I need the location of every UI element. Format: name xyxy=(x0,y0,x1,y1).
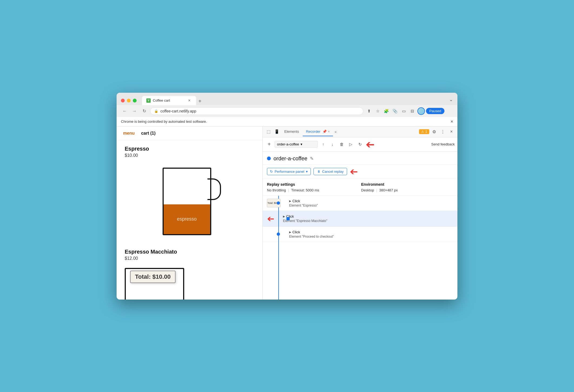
cup-liquid: espresso xyxy=(164,204,210,234)
devtools-settings-button[interactable]: ⚙ xyxy=(430,128,438,135)
cup-label: espresso xyxy=(177,216,197,222)
expand-icon-3[interactable]: ▶ xyxy=(289,231,291,234)
devtools-inspect-button[interactable]: ⬚ xyxy=(265,128,272,135)
active-tab[interactable]: V Coffee cart × xyxy=(142,96,196,105)
title-bar: V Coffee cart × + ⌄ xyxy=(117,93,457,105)
tab-title: Coffee cart xyxy=(153,98,185,102)
replay-settings-title: Replay settings xyxy=(267,182,359,187)
timeline-dot-2 xyxy=(286,217,290,220)
tab-recorder[interactable]: Recorder 📌 × xyxy=(303,127,333,136)
action-label-1: Click xyxy=(292,199,300,203)
tab-recorder-close[interactable]: × xyxy=(328,130,330,134)
recording-name-text: order-a-coffee xyxy=(277,142,299,146)
banner-close-button[interactable]: × xyxy=(451,119,453,124)
profile-button[interactable]: 📎 xyxy=(391,107,399,115)
devtools-more-tabs[interactable]: » xyxy=(335,130,337,134)
back-button[interactable]: ← xyxy=(121,107,128,115)
cancel-replay-button[interactable]: ⏸ Cancel replay xyxy=(314,168,347,175)
nav-menu-link[interactable]: menu xyxy=(123,131,135,136)
notification-badge[interactable]: ⚠ 1 xyxy=(419,129,429,134)
recording-status-dot xyxy=(267,157,271,160)
devtools-close-button[interactable]: × xyxy=(448,128,455,135)
forward-button[interactable]: → xyxy=(131,107,138,115)
tab-elements[interactable]: Elements xyxy=(281,127,302,136)
extensions-button[interactable]: 🧩 xyxy=(383,107,390,115)
share-button[interactable]: ⬆ xyxy=(365,107,373,115)
minimize-traffic-light[interactable] xyxy=(127,99,131,102)
replay-settings-section: Replay settings No throttling | Timeout:… xyxy=(263,179,457,196)
maximize-traffic-light[interactable] xyxy=(133,99,137,102)
recording-select[interactable]: order-a-coffee ▾ xyxy=(275,141,318,148)
close-traffic-light[interactable] xyxy=(121,99,125,102)
timeline-red-arrow: ➔ xyxy=(267,214,274,224)
slow-replay-button[interactable]: ↻ xyxy=(356,141,364,148)
total-text: Total: $10.00 xyxy=(135,273,171,280)
paused-badge[interactable]: Paused xyxy=(426,108,444,114)
add-recording-button[interactable]: + xyxy=(265,141,273,148)
no-throttle-value: No throttling xyxy=(267,188,286,192)
main-content: menu cart (1) Espresso $10.00 espresso xyxy=(117,127,457,300)
lock-icon: 🔒 xyxy=(154,109,158,113)
import-button[interactable]: ↓ xyxy=(329,141,336,148)
badge-count: 1 xyxy=(425,130,427,134)
resolution-value: 380×487 px xyxy=(379,188,398,192)
website-nav: menu cart (1) xyxy=(117,127,262,140)
macchiato-price: $12.00 xyxy=(125,256,254,261)
tab-favicon: V xyxy=(146,98,151,103)
environment-values: Desktop | 380×487 px xyxy=(361,188,453,192)
timeline-desc-1: Element "Espresso" xyxy=(289,204,453,207)
browser-menu-button[interactable] xyxy=(446,107,453,115)
bookmark-button[interactable]: ☆ xyxy=(374,107,382,115)
timeline-line xyxy=(278,196,279,300)
macchiato-cup-container: Total: $10.00 xyxy=(125,268,184,300)
expand-icon-2[interactable]: ▶ xyxy=(283,215,285,218)
recorder-toolbar: + order-a-coffee ▾ ↑ ↓ 🗑 ▷ ↻ ➔ Send feed… xyxy=(263,137,457,152)
address-bar[interactable]: 🔒 coffee-cart.netlify.app xyxy=(150,107,363,115)
timeout-value: Timeout: 5000 ms xyxy=(291,188,319,192)
traffic-lights xyxy=(121,99,137,102)
cancel-replay-label: Cancel replay xyxy=(322,170,344,174)
tabs-area: V Coffee cart × + xyxy=(142,96,446,105)
cancel-red-arrow: ➔ xyxy=(350,167,358,177)
cancel-replay-icon: ⏸ xyxy=(317,170,321,174)
environment-title: Environment xyxy=(361,182,453,187)
perf-dropdown-icon: ▾ xyxy=(306,170,308,174)
toolbar-red-arrow: ➔ xyxy=(365,139,375,150)
expand-icon-1[interactable]: ▶ xyxy=(289,200,291,202)
settings-row: ↻ Performance panel ▾ ⏸ Cancel replay ➔ xyxy=(263,165,457,179)
cast-button[interactable]: ▭ xyxy=(400,107,408,115)
timeline-area: Total: $0.00 ▶ Click Element "Espresso" … xyxy=(263,196,457,300)
espresso-product: Espresso $10.00 espresso xyxy=(125,146,254,243)
refresh-button[interactable]: ↻ xyxy=(140,107,148,115)
tab-close-button[interactable]: × xyxy=(187,98,192,103)
automation-banner-text: Chrome is being controlled by automated … xyxy=(121,119,207,124)
timeline-content-1: ▶ Click Element "Espresso" xyxy=(289,199,453,207)
performance-panel-select[interactable]: ↻ Performance panel ▾ xyxy=(267,168,311,175)
devtools-more-button[interactable]: ⋮ xyxy=(439,128,447,135)
edit-name-icon[interactable]: ✎ xyxy=(310,156,314,161)
perf-panel-label: Performance panel xyxy=(275,170,304,174)
timeline-desc-3: Element "Proceed to checkout" xyxy=(289,235,453,238)
timeline-item-1: Total: $0.00 ▶ Click Element "Espresso" xyxy=(263,196,457,211)
nav-actions: ⬆ ☆ 🧩 📎 ▭ ⊟ Paused xyxy=(365,107,453,115)
timeline-action-1: ▶ Click xyxy=(289,199,453,203)
window-chevron[interactable]: ⌄ xyxy=(449,97,453,105)
send-feedback-link[interactable]: Send feedback xyxy=(431,142,455,146)
total-overlay: Total: $10.00 xyxy=(130,271,176,283)
recorder-recording-name: order-a-coffee xyxy=(273,155,307,162)
espresso-cup: espresso xyxy=(157,162,222,243)
profile-avatar[interactable] xyxy=(417,107,425,115)
cup-body: espresso xyxy=(163,168,211,235)
new-tab-button[interactable]: + xyxy=(196,98,204,105)
replay-button[interactable]: ▷ xyxy=(347,141,355,148)
settings-grid: Replay settings No throttling | Timeout:… xyxy=(267,182,453,192)
devtools-device-button[interactable]: 📱 xyxy=(273,128,281,135)
nav-cart-link[interactable]: cart (1) xyxy=(141,131,156,136)
delete-button[interactable]: 🗑 xyxy=(338,141,345,148)
split-view-button[interactable]: ⊟ xyxy=(409,107,416,115)
recorder-pin-icon: 📌 xyxy=(322,129,327,134)
devtools-panel: ⬚ 📱 Elements Recorder 📌 × » ⚠ 1 ⚙ ⋮ × xyxy=(263,127,457,300)
timeline-item-2: ➔ ▶ Click Element "Espresso Macchiato" xyxy=(263,211,457,227)
export-button[interactable]: ↑ xyxy=(319,141,327,148)
macchiato-product: Espresso Macchiato $12.00 Total: $10.00 xyxy=(125,249,254,300)
